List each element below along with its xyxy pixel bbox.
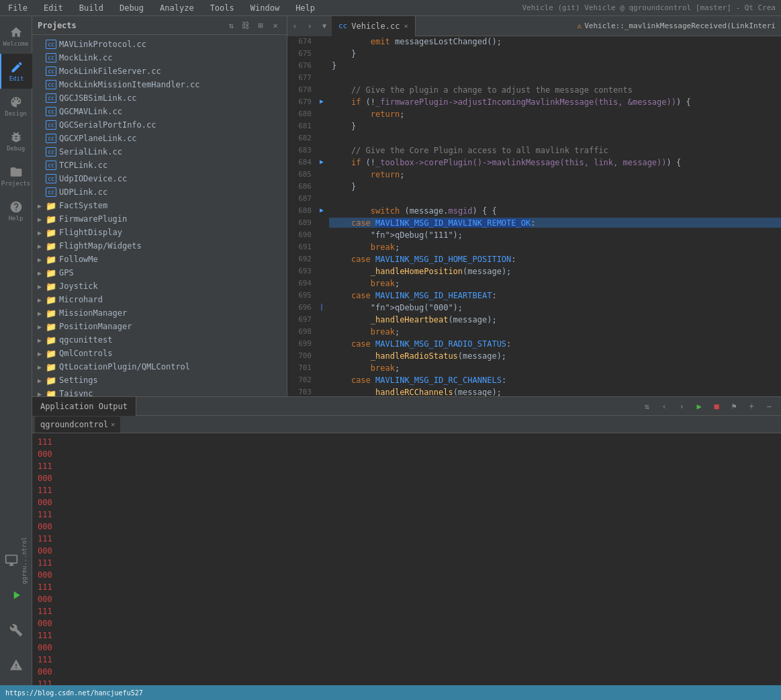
output-line: 111 xyxy=(38,509,776,521)
tree-item[interactable]: ▶📁MissionManager xyxy=(32,306,287,320)
output-line: 000 xyxy=(38,617,776,629)
tree-item[interactable]: ccQGCXPlaneLink.cc xyxy=(32,132,287,145)
tree-item[interactable]: ▶📁PositionManager xyxy=(32,320,287,333)
output-flag-btn[interactable]: ⚑ xyxy=(727,400,741,413)
tree-item[interactable]: ▶📁FlightMap/Widgets xyxy=(32,239,287,253)
tab-dropdown[interactable]: ▼ xyxy=(317,16,332,36)
output-stop-btn[interactable]: ■ xyxy=(710,400,723,413)
expand-button[interactable]: ⊞ xyxy=(255,19,267,32)
output-content[interactable]: 1110001110001110001110001110001110001110… xyxy=(32,433,781,685)
output-tab-close[interactable]: ✕ xyxy=(111,421,115,428)
output-prev-btn[interactable]: ‹ xyxy=(657,400,671,413)
sidebar-item-welcome[interactable]: Welcome xyxy=(0,19,32,54)
tree-item[interactable]: ccQGCSerialPortInfo.cc xyxy=(32,118,287,132)
code-line: 695 case MAVLINK_MSG_ID_HEARTBEAT: xyxy=(287,290,781,302)
output-next-btn[interactable]: › xyxy=(675,400,688,413)
output-tab-qgc[interactable]: qgroundcontrol ✕ xyxy=(35,417,120,433)
output-sync-btn[interactable]: ⇅ xyxy=(640,400,653,413)
tree-item[interactable]: ccMAVLinkProtocol.cc xyxy=(32,38,287,51)
tree-item[interactable]: ccUDPLink.cc xyxy=(32,185,287,199)
tree-item[interactable]: ▶📁FollowMe xyxy=(32,253,287,266)
sync-button[interactable]: ⇅ xyxy=(225,19,237,32)
tree-item[interactable]: ▶📁Microhard xyxy=(32,293,287,306)
file-tree[interactable]: ccMAVLinkProtocol.ccccMockLink.ccccMockL… xyxy=(32,35,287,396)
tree-item[interactable]: ▶📁QmlControls xyxy=(32,347,287,360)
output-minus-btn[interactable]: − xyxy=(762,400,776,413)
tab-back[interactable]: ‹ xyxy=(287,16,302,36)
menu-file[interactable]: File xyxy=(5,2,30,14)
line-content: break; xyxy=(329,326,781,337)
line-content: _handleRadioStatus(message); xyxy=(329,351,781,361)
line-number: 702 xyxy=(287,375,320,384)
menu-tools[interactable]: Tools xyxy=(208,2,237,14)
close-panel-button[interactable]: ✕ xyxy=(269,19,281,32)
code-content[interactable]: 674 emit messagesLostChanged();675 }676}… xyxy=(287,36,781,396)
output-run-btn[interactable]: ▶ xyxy=(692,400,706,413)
tab-vehicle-cc[interactable]: cc Vehicle.cc ✕ xyxy=(332,16,416,36)
menu-window[interactable]: Window xyxy=(248,2,282,14)
bottom-tab-output[interactable]: Application Output xyxy=(32,397,136,416)
line-content: break; xyxy=(329,363,781,373)
tree-item[interactable]: ccQGCMAVLink.cc xyxy=(32,105,287,118)
tree-item[interactable]: ▶📁Settings xyxy=(32,374,287,387)
sidebar-item-edit[interactable]: Edit xyxy=(0,54,32,89)
file-icon: cc xyxy=(46,174,56,183)
edit-icon xyxy=(10,60,24,74)
menu-debug[interactable]: Debug xyxy=(117,2,146,14)
menu-build[interactable]: Build xyxy=(77,2,106,14)
code-line: 701 break; xyxy=(287,363,781,375)
sidebar-item-debug-bottom[interactable]: ggrou...ntrol xyxy=(0,543,32,578)
menu-help[interactable]: Help xyxy=(293,2,318,14)
code-line: 698 break; xyxy=(287,326,781,339)
warning-icon-breadcrumb: ⚠ xyxy=(578,21,582,30)
tree-item-name: QmlControls xyxy=(59,349,112,358)
tree-item-name: FlightMap/Widgets xyxy=(59,241,142,251)
sidebar-item-debug[interactable]: Debug xyxy=(0,124,32,159)
tree-item[interactable]: ccUdpIODevice.cc xyxy=(32,172,287,185)
tree-item-name: UDPLink.cc xyxy=(59,187,107,197)
title-bar-text: Vehicle (git) Vehicle @ qgroundcontrol [… xyxy=(328,3,776,12)
tree-item[interactable]: ccMockLinkFileServer.cc xyxy=(32,64,287,78)
line-arrow xyxy=(320,60,329,61)
line-number: 700 xyxy=(287,351,320,360)
line-arrow xyxy=(320,387,329,388)
sidebar-item-projects[interactable]: Projects xyxy=(0,159,32,193)
tree-item[interactable]: ccTCPLink.cc xyxy=(32,159,287,172)
tree-item[interactable]: ▶📁QtLocationPlugin/QMLControl xyxy=(32,360,287,374)
tree-item[interactable]: ▶📁Joystick xyxy=(32,279,287,293)
tab-close-button[interactable]: ✕ xyxy=(404,22,408,30)
tree-item[interactable]: ▶📁GPS xyxy=(32,266,287,279)
sidebar-label-welcome: Welcome xyxy=(3,40,29,47)
tree-item[interactable]: ccSerialLink.cc xyxy=(32,145,287,159)
breadcrumb: ⚠ Vehicle::_mavlinkMessageReceived(LinkI… xyxy=(578,21,781,30)
tree-item[interactable]: ccMockLink.cc xyxy=(32,51,287,64)
output-line: 111 xyxy=(38,605,776,617)
tab-forward[interactable]: › xyxy=(302,16,317,36)
tree-item-name: SerialLink.cc xyxy=(59,147,122,157)
sidebar-item-help[interactable]: Help xyxy=(0,193,32,228)
warning-button[interactable] xyxy=(0,648,32,683)
sidebar-item-design[interactable]: Design xyxy=(0,89,32,124)
tree-item[interactable]: ▶📁Taisync xyxy=(32,387,287,396)
tree-item[interactable]: ccQGCJSBSimLink.cc xyxy=(32,91,287,105)
bottom-tab-label: Application Output xyxy=(40,402,128,411)
code-line: 674 emit messagesLostChanged(); xyxy=(287,36,781,48)
tree-item[interactable]: ▶📁FactSystem xyxy=(32,199,287,212)
tree-arrow: ▶ xyxy=(38,377,46,384)
folder-icon: 📁 xyxy=(46,268,56,278)
tree-item[interactable]: ▶📁qgcunittest xyxy=(32,333,287,347)
tree-item[interactable]: ccMockLinkMissionItemHandler.cc xyxy=(32,78,287,91)
tree-item[interactable]: ▶📁FirmwarePlugin xyxy=(32,212,287,226)
line-arrow xyxy=(320,181,329,182)
line-content xyxy=(329,73,781,73)
menu-edit[interactable]: Edit xyxy=(41,2,66,14)
code-line: 676} xyxy=(287,60,781,73)
menu-analyze[interactable]: Analyze xyxy=(157,2,197,14)
build-debug-button[interactable] xyxy=(0,613,32,648)
link-button[interactable]: ⛓ xyxy=(240,19,252,32)
line-arrow xyxy=(320,109,329,110)
tree-item[interactable]: ▶📁FlightDisplay xyxy=(32,226,287,239)
output-plus-btn[interactable]: + xyxy=(745,400,758,413)
file-icon: cc xyxy=(46,67,56,76)
line-number: 679 xyxy=(287,97,320,106)
